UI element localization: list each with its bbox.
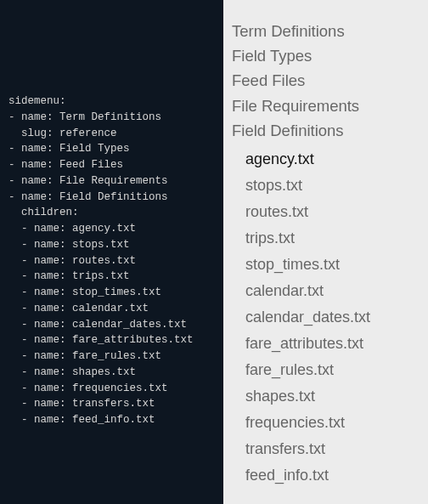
nav-child-item[interactable]: fare_rules.txt	[245, 357, 428, 383]
yaml-code-panel: sidemenu: - name: Term Definitions slug:…	[0, 0, 223, 504]
nav-item-term-definitions[interactable]: Term Definitions	[232, 19, 428, 43]
nav-child-item[interactable]: feed_info.txt	[245, 462, 428, 489]
nav-item-field-definitions[interactable]: Field Definitions	[232, 118, 428, 143]
nav-child-item[interactable]: stops.txt	[245, 173, 428, 199]
yaml-code: sidemenu: - name: Term Definitions slug:…	[8, 95, 194, 426]
nav-child-item[interactable]: transfers.txt	[245, 436, 428, 462]
nav-item-feed-files[interactable]: Feed Files	[232, 68, 428, 93]
nav-child-item[interactable]: calendar_dates.txt	[245, 304, 428, 331]
nav-child-item[interactable]: calendar.txt	[245, 278, 428, 304]
nav-child-item[interactable]: shapes.txt	[245, 383, 428, 410]
nav-child-item[interactable]: fare_attributes.txt	[245, 331, 428, 357]
nav-child-item[interactable]: frequencies.txt	[245, 410, 428, 436]
nav-top-list: Term Definitions Field Types Feed Files …	[232, 19, 428, 143]
nav-child-item[interactable]: routes.txt	[245, 199, 428, 225]
nav-child-item[interactable]: agency.txt	[245, 146, 428, 173]
nav-item-file-requirements[interactable]: File Requirements	[232, 93, 428, 118]
nav-children-list: agency.txtstops.txtroutes.txttrips.txtst…	[232, 146, 428, 488]
nav-child-item[interactable]: trips.txt	[245, 225, 428, 252]
sidemenu-nav-panel: Term Definitions Field Types Feed Files …	[223, 0, 428, 504]
nav-child-item[interactable]: stop_times.txt	[245, 252, 428, 278]
nav-item-field-types[interactable]: Field Types	[232, 43, 428, 68]
